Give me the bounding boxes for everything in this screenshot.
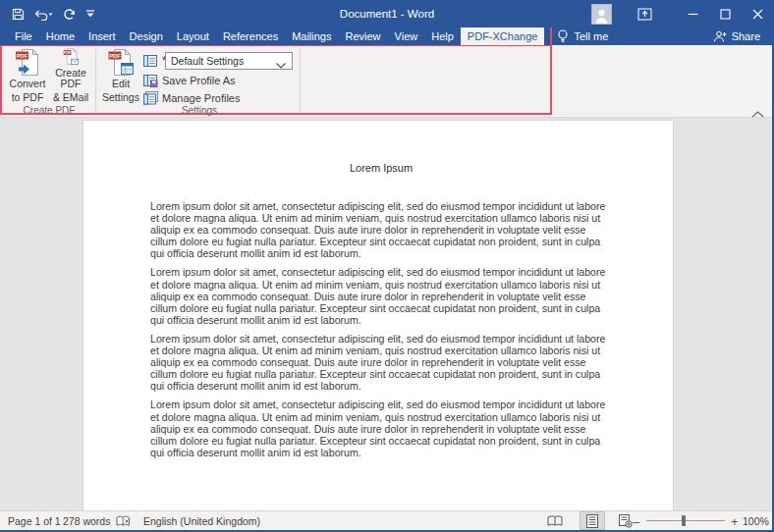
tab-home[interactable]: Home xyxy=(39,27,82,45)
edit-settings-label-line2: Settings xyxy=(102,92,139,104)
edit-settings-icon: PDF xyxy=(108,48,135,77)
document-page[interactable]: Lorem Ipsum Lorem ipsum dolor sit amet, … xyxy=(83,120,674,510)
tell-me-box[interactable]: Tell me xyxy=(557,27,608,45)
tell-me-label: Tell me xyxy=(574,30,608,42)
zoom-level[interactable]: 100% xyxy=(743,511,769,531)
print-layout-icon xyxy=(586,514,598,528)
read-mode-button[interactable] xyxy=(542,511,568,530)
status-bar: Page 1 of 1 278 words English (United Ki… xyxy=(0,510,774,530)
zoom-out-button[interactable]: – xyxy=(633,511,639,531)
manage-profiles-label: Manage Profiles xyxy=(162,92,241,104)
word-window: Document1 - Word File Home Insert Design… xyxy=(0,0,774,532)
create-pdf-group-caption: Create PDF xyxy=(5,105,93,116)
redo-icon xyxy=(63,8,76,21)
tab-file[interactable]: File xyxy=(8,27,39,45)
tab-help[interactable]: Help xyxy=(424,27,461,45)
edit-settings-label-line1: Edit xyxy=(112,79,130,90)
document-paragraph: Lorem ipsum dolor sit amet, consectetur … xyxy=(150,333,614,392)
document-paragraph: Lorem ipsum dolor sit amet, consectetur … xyxy=(150,200,614,259)
tab-review[interactable]: Review xyxy=(339,27,388,45)
ribbon-display-options-button[interactable] xyxy=(630,0,659,27)
zoom-in-button[interactable]: + xyxy=(731,511,739,531)
create-pdf-email-label-line2: & EMail xyxy=(53,92,88,104)
document-canvas[interactable]: Lorem Ipsum Lorem ipsum dolor sit amet, … xyxy=(0,118,772,510)
undo-button[interactable] xyxy=(34,3,53,25)
profile-dropdown[interactable]: Default Settings xyxy=(165,52,293,70)
zoom-slider-track[interactable] xyxy=(646,520,725,521)
maximize-button[interactable] xyxy=(709,0,742,27)
account-avatar[interactable] xyxy=(591,4,612,25)
title-bar: Document1 - Word xyxy=(0,0,774,27)
ribbon: PDF Convert to PDF PDF Create PDF & EMai… xyxy=(0,45,774,118)
proofing-status-button[interactable] xyxy=(116,511,131,531)
redo-button[interactable] xyxy=(63,3,76,25)
proofing-book-icon xyxy=(116,515,131,528)
save-profile-as-button[interactable]: Save Profile As xyxy=(143,74,236,87)
customize-qat-button[interactable] xyxy=(85,3,95,25)
customize-qat-icon xyxy=(85,10,95,19)
tab-pdf-xchange[interactable]: PDF-XChange xyxy=(461,27,545,45)
convert-to-pdf-label-line1: Convert xyxy=(10,79,46,90)
zoom-slider-thumb[interactable] xyxy=(682,515,686,526)
chevron-down-icon xyxy=(276,59,286,71)
tab-view[interactable]: View xyxy=(388,27,425,45)
tab-references[interactable]: References xyxy=(216,27,285,45)
page-indicator[interactable]: Page 1 of 1 xyxy=(8,511,61,531)
user-icon xyxy=(594,8,609,24)
maximize-icon xyxy=(720,9,731,20)
svg-text:PDF: PDF xyxy=(64,51,72,55)
edit-settings-button[interactable]: PDF Edit Settings xyxy=(99,48,142,103)
share-person-icon xyxy=(713,30,727,42)
minimize-button[interactable] xyxy=(677,0,709,27)
save-profile-as-icon xyxy=(143,74,158,87)
share-button[interactable]: Share xyxy=(713,27,760,45)
manage-profiles-button[interactable]: Manage Profiles xyxy=(143,91,241,105)
undo-icon xyxy=(34,8,53,21)
tab-design[interactable]: Design xyxy=(123,27,170,45)
profile-indicator: * xyxy=(143,54,167,68)
convert-to-pdf-icon: PDF xyxy=(15,48,41,77)
minimize-icon xyxy=(688,9,698,20)
svg-text:PDF: PDF xyxy=(109,53,121,59)
save-icon xyxy=(12,8,25,21)
create-pdf-email-label-line1: Create PDF xyxy=(48,68,93,90)
document-heading: Lorem Ipsum xyxy=(150,162,612,175)
ribbon-tab-bar: File Home Insert Design Layout Reference… xyxy=(0,27,774,45)
save-profile-as-label: Save Profile As xyxy=(162,75,236,86)
group-separator xyxy=(95,49,96,112)
convert-to-pdf-button[interactable]: PDF Convert to PDF xyxy=(5,48,50,103)
language-indicator[interactable]: English (United Kingdom) xyxy=(143,511,260,531)
svg-text:PDF: PDF xyxy=(16,53,28,59)
document-paragraph: Lorem ipsum dolor sit amet, consectetur … xyxy=(150,266,614,325)
save-button[interactable] xyxy=(12,3,25,25)
tab-insert[interactable]: Insert xyxy=(82,27,123,45)
ribbon-display-options-icon xyxy=(637,8,652,21)
close-button[interactable] xyxy=(742,0,774,27)
profile-dropdown-value: Default Settings xyxy=(171,55,244,67)
tab-layout[interactable]: Layout xyxy=(170,27,216,45)
create-pdf-email-icon: PDF xyxy=(58,48,84,66)
quick-access-toolbar xyxy=(12,0,95,27)
create-pdf-email-button[interactable]: PDF Create PDF & EMail xyxy=(48,48,93,103)
convert-to-pdf-label-line2: to PDF xyxy=(12,92,44,104)
web-layout-icon xyxy=(619,514,633,528)
share-label: Share xyxy=(732,30,760,42)
word-count[interactable]: 278 words xyxy=(63,511,110,531)
tab-mailings[interactable]: Mailings xyxy=(285,27,338,45)
read-mode-icon xyxy=(547,515,563,527)
settings-group-caption: Settings xyxy=(99,105,300,116)
lightbulb-icon xyxy=(557,29,569,43)
manage-profiles-icon xyxy=(143,91,158,105)
group-separator xyxy=(300,49,301,112)
chevron-up-icon xyxy=(751,111,764,118)
profile-settings-icon xyxy=(143,54,158,68)
close-icon xyxy=(752,9,763,20)
print-layout-button[interactable] xyxy=(580,511,605,530)
document-paragraph: Lorem ipsum dolor sit amet, consectetur … xyxy=(150,399,614,457)
